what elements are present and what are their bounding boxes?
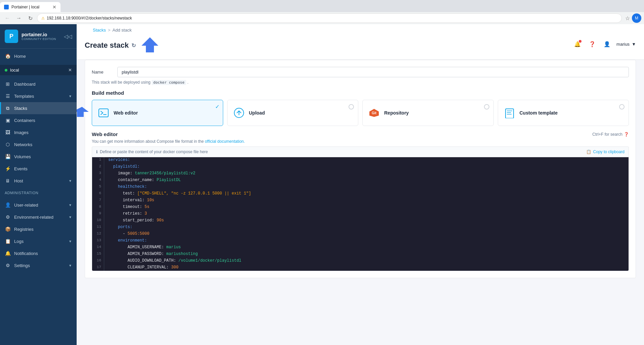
logs-chevron-icon: ▼ xyxy=(69,240,72,243)
line-number: 12 xyxy=(92,231,104,238)
svg-marker-0 xyxy=(142,37,158,52)
svg-rect-7 xyxy=(506,109,514,118)
table-row: 7 interval: 10s xyxy=(92,198,629,204)
content-area: Name This stack will be deployed using d… xyxy=(77,60,644,345)
main-content: Stacks > Add stack Create stack ↻ 🔔 xyxy=(77,24,644,345)
build-method-upload[interactable]: Upload xyxy=(227,100,359,126)
sidebar-env-section: local ✕ xyxy=(0,65,77,75)
address-bar[interactable]: ⚠ 192.168.1.18:9000/#!/2/docker/stacks/n… xyxy=(37,13,622,23)
sidebar-item-volumes[interactable]: 💾 Volumes xyxy=(0,150,77,163)
host-icon: 🖥 xyxy=(5,178,11,184)
build-method-custom-template[interactable]: Custom template xyxy=(498,100,629,126)
stacks-icon: ⧉ xyxy=(5,105,11,111)
sidebar-item-registries[interactable]: 📦 Registries xyxy=(0,223,77,235)
build-method-web-editor[interactable]: Web editor ✓ xyxy=(92,100,223,126)
back-button[interactable]: ← xyxy=(3,13,12,23)
help-button[interactable]: ❓ xyxy=(587,39,598,49)
sidebar-item-label-dashboard: Dashboard xyxy=(14,82,72,87)
bookmark-button[interactable]: ☆ xyxy=(625,15,630,21)
line-content: - 5005:5000 xyxy=(104,231,629,238)
user-menu[interactable]: marius ▼ xyxy=(616,42,636,47)
table-row: 14 ADMIN_USERNAME: marius xyxy=(92,245,629,251)
line-number: 15 xyxy=(92,251,104,258)
sidebar-item-settings[interactable]: ⚙ Settings ▼ xyxy=(0,259,77,271)
arrow-annotation-2 xyxy=(77,103,89,120)
header-actions: 🔔 ❓ 👤 marius ▼ xyxy=(572,39,636,49)
sidebar-item-user-related[interactable]: 👤 User-related ▼ xyxy=(0,199,77,211)
page-refresh-button[interactable]: ↻ xyxy=(131,42,136,49)
sidebar-item-containers[interactable]: ▣ Containers xyxy=(0,114,77,126)
containers-icon: ▣ xyxy=(5,117,11,123)
browser-tabs: Portainer | local ✕ xyxy=(0,0,644,12)
copy-icon: 📋 xyxy=(586,149,591,154)
forward-button[interactable]: → xyxy=(14,13,24,23)
notification-button[interactable]: 🔔 xyxy=(572,39,583,49)
editor-note-text: You can get more information about Compo… xyxy=(92,139,204,144)
table-row: 2 playlistdl: xyxy=(92,164,629,171)
user-profile-icon[interactable]: 👤 xyxy=(602,39,612,49)
copy-to-clipboard-button[interactable]: 📋 Copy to clipboard xyxy=(586,149,625,154)
deploy-note: This stack will be deployed using docker… xyxy=(92,80,629,85)
sidebar-item-images[interactable]: 🖼 Images xyxy=(0,126,77,138)
deploy-note-end: . xyxy=(187,80,188,85)
repository-icon: Git xyxy=(368,107,380,119)
browser-tab-portainer[interactable]: Portainer | local ✕ xyxy=(0,2,61,12)
sidebar-item-notifications[interactable]: 🔔 Notifications xyxy=(0,247,77,259)
sidebar-item-label-home: Home xyxy=(14,54,72,59)
custom-template-label: Custom template xyxy=(520,110,558,116)
breadcrumb-stacks-link[interactable]: Stacks xyxy=(93,28,106,33)
line-content: container_name: PlaylistDL xyxy=(104,177,629,184)
build-method-repository[interactable]: Git Repository xyxy=(362,100,494,126)
sidebar-item-label-templates: Templates xyxy=(14,94,65,99)
settings-chevron-icon: ▼ xyxy=(69,264,72,267)
official-docs-link[interactable]: official documentation. xyxy=(205,139,245,144)
sidebar-item-label-networks: Networks xyxy=(14,142,72,147)
sidebar-item-env-related[interactable]: ⚙ Environment-related ▼ xyxy=(0,211,77,223)
line-content: timeout: 5s xyxy=(104,204,629,211)
form-section: Name This stack will be deployed using d… xyxy=(85,60,636,278)
app: P portainer.io COMMUNITY EDITION ◁◁ 🏠 Ho… xyxy=(0,24,644,345)
security-icon: ⚠ xyxy=(41,16,45,20)
table-row: 3 image: tanner23456/playlistdl:v2 xyxy=(92,171,629,177)
line-number: 14 xyxy=(92,245,104,251)
line-number: 13 xyxy=(92,238,104,245)
sidebar-item-dashboard[interactable]: ⊞ Dashboard xyxy=(0,78,77,90)
env-close-button[interactable]: ✕ xyxy=(68,68,72,73)
env-related-icon: ⚙ xyxy=(5,214,11,220)
breadcrumb-separator: > xyxy=(108,28,111,33)
custom-template-radio xyxy=(619,104,625,110)
line-content: interval: 10s xyxy=(104,198,629,204)
templates-chevron-icon: ▼ xyxy=(69,94,72,98)
info-icon: ℹ xyxy=(96,149,98,154)
sidebar-item-networks[interactable]: ⬡ Networks xyxy=(0,138,77,150)
host-chevron-icon: ▼ xyxy=(69,179,72,183)
tab-close-button[interactable]: ✕ xyxy=(52,4,56,10)
name-input[interactable] xyxy=(117,67,629,77)
sidebar-item-logs[interactable]: 📋 Logs ▼ xyxy=(0,235,77,247)
browser-profile-button[interactable]: M xyxy=(632,13,641,23)
sidebar-item-home[interactable]: 🏠 Home xyxy=(0,50,77,62)
table-row: 17 CLEANUP_INTERVAL: 300 xyxy=(92,265,629,271)
table-row: 1services: xyxy=(92,157,629,164)
tab-title: Portainer | local xyxy=(11,5,50,9)
arrow-annotation-1 xyxy=(140,34,163,54)
sidebar-logo-name: portainer.io xyxy=(22,32,56,37)
user-related-chevron-icon: ▼ xyxy=(69,203,72,207)
repository-label: Repository xyxy=(384,110,409,116)
line-number: 17 xyxy=(92,265,104,271)
images-icon: 🖼 xyxy=(5,129,11,135)
sidebar-logo-edition: COMMUNITY EDITION xyxy=(22,37,56,41)
sidebar-item-templates[interactable]: ☰ Templates ▼ xyxy=(0,90,77,102)
sidebar-item-events[interactable]: ⚡ Events xyxy=(0,163,77,175)
home-icon: 🏠 xyxy=(5,53,11,59)
sidebar-item-host[interactable]: 🖥 Host ▼ xyxy=(0,175,77,187)
sidebar-item-stacks[interactable]: ⧉ Stacks xyxy=(0,102,77,114)
user-related-icon: 👤 xyxy=(5,202,11,208)
web-editor-title: Web editor xyxy=(92,131,118,137)
web-editor-header: Web editor Ctrl+F for search ❓ xyxy=(92,131,629,137)
table-row: 4 container_name: PlaylistDL xyxy=(92,177,629,184)
code-editor[interactable]: 1services:2 playlistdl:3 image: tanner23… xyxy=(92,157,629,271)
url-text: 192.168.1.18:9000/#!/2/docker/stacks/new… xyxy=(47,16,132,20)
reload-button[interactable]: ↻ xyxy=(26,13,35,23)
sidebar-collapse-button[interactable]: ◁◁ xyxy=(64,33,72,40)
